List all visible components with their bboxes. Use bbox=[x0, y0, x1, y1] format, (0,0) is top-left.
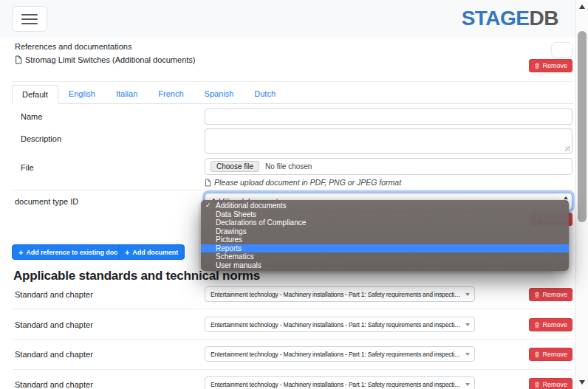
dropdown-option-label: Pictures bbox=[216, 235, 242, 244]
dropdown-option-data-sheets[interactable]: Data Sheets bbox=[201, 210, 569, 219]
standard-row-label: Standard and chapter bbox=[15, 350, 93, 359]
remove-standard-button[interactable]: Remove bbox=[529, 378, 572, 389]
hamburger-icon bbox=[21, 18, 38, 20]
trash-icon bbox=[534, 322, 540, 328]
standards-section-title: Applicable standards and technical norms bbox=[13, 269, 260, 283]
divider bbox=[12, 190, 573, 190]
vertical-scrollbar[interactable] bbox=[575, 0, 588, 389]
dropdown-option-label: Drawings bbox=[216, 227, 247, 235]
dropdown-option-label: Declarations of Compliance bbox=[216, 218, 306, 227]
document-type-dropdown: ✓ Additional documents Data Sheets Decla… bbox=[201, 200, 569, 271]
divider bbox=[12, 369, 573, 370]
dropdown-option-label: Data Sheets bbox=[216, 210, 256, 218]
file-upload-hint-text: Please upload document in PDF, PNG or JP… bbox=[214, 178, 401, 187]
remove-standard-button[interactable]: Remove bbox=[529, 348, 572, 361]
caret-down-icon bbox=[465, 383, 470, 386]
file-input[interactable]: Choose file No file chosen bbox=[205, 158, 572, 175]
clipped-element-above bbox=[551, 42, 573, 58]
check-icon: ✓ bbox=[205, 202, 211, 210]
dropdown-option-reports[interactable]: Reports bbox=[201, 244, 569, 253]
dropdown-option-label: User manuals bbox=[216, 261, 261, 269]
remove-button-label: Remove bbox=[542, 321, 567, 328]
dropdown-option-pictures[interactable]: Pictures bbox=[201, 235, 569, 244]
references-section-title: References and documentations bbox=[15, 42, 131, 51]
dropdown-option-label: Reports bbox=[216, 244, 242, 252]
trash-icon bbox=[534, 382, 540, 388]
dropdown-option-declarations-of-compliance[interactable]: Declarations of Compliance bbox=[201, 218, 569, 227]
standard-select-value: Entertainment technology - Machinery ins… bbox=[211, 291, 462, 298]
language-tabs: Default English Italian French Spanish D… bbox=[12, 86, 573, 104]
caret-down-icon bbox=[465, 353, 470, 356]
scroll-up-arrow-icon[interactable] bbox=[576, 1, 588, 12]
dropdown-option-schematics[interactable]: Schematics bbox=[201, 252, 569, 261]
name-input[interactable] bbox=[205, 109, 572, 125]
reference-document-name: Stromag Limit Switches (Additional docum… bbox=[25, 55, 195, 64]
logo-secondary: DB bbox=[530, 7, 558, 30]
divider bbox=[12, 81, 573, 82]
document-type-label: document type ID bbox=[15, 197, 78, 206]
dropdown-option-label: Additional documents bbox=[216, 202, 287, 210]
logo-primary: STAGE bbox=[462, 7, 530, 30]
tab-italian[interactable]: Italian bbox=[106, 84, 148, 103]
file-label: File bbox=[21, 163, 34, 172]
description-textarea[interactable] bbox=[205, 128, 572, 154]
standard-row-label: Standard and chapter bbox=[15, 380, 93, 389]
divider bbox=[12, 309, 573, 309]
document-icon bbox=[15, 55, 22, 64]
standard-select-value: Entertainment technology - Machinery ins… bbox=[211, 321, 462, 328]
plus-icon: + bbox=[125, 248, 129, 257]
reference-document-item: Stromag Limit Switches (Additional docum… bbox=[15, 55, 195, 64]
tab-default[interactable]: Default bbox=[12, 85, 58, 104]
standard-select[interactable]: Entertainment technology - Machinery ins… bbox=[205, 376, 475, 389]
standard-select[interactable]: Entertainment technology - Machinery ins… bbox=[205, 286, 475, 302]
remove-standard-button[interactable]: Remove bbox=[529, 288, 572, 301]
add-document-button[interactable]: + Add document bbox=[118, 244, 185, 260]
dropdown-option-additional-documents[interactable]: ✓ Additional documents bbox=[201, 202, 569, 210]
document-icon bbox=[205, 179, 211, 187]
trash-icon bbox=[534, 63, 540, 69]
dropdown-option-user-manuals[interactable]: User manuals bbox=[201, 261, 569, 270]
tab-french[interactable]: French bbox=[148, 84, 194, 103]
standard-row-label: Standard and chapter bbox=[15, 290, 93, 299]
divider bbox=[12, 339, 573, 340]
hamburger-icon bbox=[21, 14, 38, 16]
scrollbar-thumb[interactable] bbox=[578, 31, 587, 222]
tab-spanish[interactable]: Spanish bbox=[194, 84, 245, 103]
app-window: STAGEDB References and documentations St… bbox=[0, 0, 588, 389]
choose-file-button[interactable]: Choose file bbox=[211, 161, 259, 172]
remove-button-label: Remove bbox=[542, 381, 567, 388]
plus-icon: + bbox=[18, 248, 23, 257]
standard-select-value: Entertainment technology - Machinery ins… bbox=[211, 351, 462, 358]
stagedb-logo: STAGEDB bbox=[462, 7, 558, 30]
dropdown-option-drawings[interactable]: Drawings bbox=[201, 227, 569, 236]
caret-down-icon bbox=[465, 293, 470, 296]
remove-standard-button[interactable]: Remove bbox=[529, 318, 572, 331]
hamburger-icon bbox=[21, 23, 38, 24]
name-label: Name bbox=[21, 112, 42, 121]
file-status-text: No file chosen bbox=[265, 162, 312, 171]
standard-row-label: Standard and chapter bbox=[15, 320, 93, 329]
description-label: Description bbox=[21, 134, 61, 143]
remove-button-label: Remove bbox=[542, 62, 567, 69]
trash-icon bbox=[534, 292, 540, 298]
tab-dutch[interactable]: Dutch bbox=[244, 84, 286, 103]
remove-button-label: Remove bbox=[542, 291, 567, 298]
hamburger-menu-button[interactable] bbox=[12, 6, 47, 32]
standard-select-value: Entertainment technology - Machinery ins… bbox=[211, 381, 462, 388]
remove-reference-button[interactable]: Remove bbox=[529, 59, 572, 72]
dropdown-option-label: Schematics bbox=[216, 252, 254, 261]
add-document-label: Add document bbox=[132, 249, 178, 256]
caret-down-icon bbox=[465, 323, 470, 326]
top-header: STAGEDB bbox=[0, 0, 588, 38]
standard-select[interactable]: Entertainment technology - Machinery ins… bbox=[205, 317, 475, 332]
tab-english[interactable]: English bbox=[58, 84, 106, 103]
trash-icon bbox=[534, 351, 540, 358]
remove-button-label: Remove bbox=[542, 351, 567, 358]
standard-select[interactable]: Entertainment technology - Machinery ins… bbox=[205, 346, 475, 362]
file-upload-hint: Please upload document in PDF, PNG or JP… bbox=[205, 178, 401, 187]
scroll-down-arrow-icon[interactable] bbox=[576, 377, 588, 388]
